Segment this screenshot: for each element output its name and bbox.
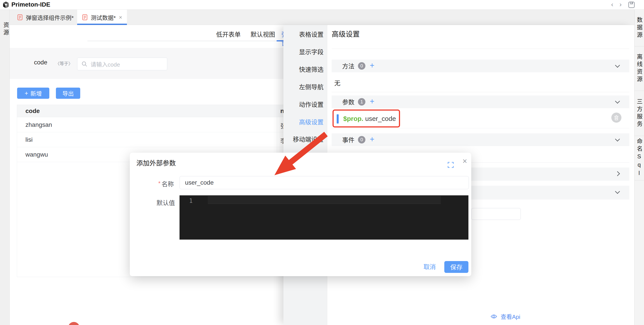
chevron-down-icon[interactable] <box>615 99 620 104</box>
delete-parameter-button[interactable] <box>611 113 622 123</box>
filter-operator-label[interactable]: 〈等于〉 <box>55 60 73 67</box>
settings-nav-mobile-settings[interactable]: 移动端设置 <box>293 135 324 143</box>
default-value-code-editor[interactable]: 1 <box>180 195 468 240</box>
settings-nav-action-settings[interactable]: 动作设置 <box>299 100 324 109</box>
cell-name: 李四 <box>280 136 284 145</box>
cell-code: zhangsan <box>26 121 52 128</box>
right-rail-item-named-sql[interactable]: 命名Sql <box>634 136 644 180</box>
title-bar: Primeton-IDE ‹ › <box>0 0 644 10</box>
section-methods[interactable]: 方法 0 + <box>332 59 629 72</box>
designer-tab-default-view[interactable]: 默认视图 <box>250 30 275 38</box>
tab-close-icon[interactable]: × <box>119 14 122 21</box>
add-parameter-icon[interactable]: + <box>370 97 374 106</box>
app-logo-icon <box>2 1 10 8</box>
line-number: 1 <box>189 198 193 204</box>
filter-panel: code 〈等于〉 请输入code <box>10 48 284 79</box>
default-value-label: 默认值 <box>156 198 175 207</box>
save-icon[interactable] <box>628 1 635 8</box>
parameter-prefix: $prop. <box>343 115 364 122</box>
count-badge: 0 <box>358 136 366 143</box>
designer-tab-lowcode-form[interactable]: 低开表单 <box>216 30 241 38</box>
left-rail: 资源 <box>0 10 10 325</box>
designer-tab-popup[interactable]: 弹窗 <box>282 30 284 47</box>
divider <box>332 49 629 49</box>
add-method-icon[interactable]: + <box>370 61 374 70</box>
parameter-accent-bar <box>337 114 339 123</box>
parameter-name: user_code <box>365 115 396 122</box>
history-back-icon[interactable]: ‹ <box>611 1 613 8</box>
export-button[interactable]: 导出 <box>56 88 80 99</box>
editor-active-line <box>208 196 441 204</box>
name-field-label: 名称 <box>162 179 174 188</box>
file-icon <box>17 14 23 20</box>
divider <box>332 92 629 92</box>
chevron-down-icon[interactable] <box>615 63 620 68</box>
close-icon[interactable]: × <box>462 157 467 166</box>
parameter-row[interactable]: $prop. user_code <box>332 109 629 128</box>
cell-code: lisi <box>26 136 33 143</box>
required-asterisk: * <box>158 180 160 187</box>
right-rail-item-thirdparty-services[interactable]: 三方服务 <box>634 91 644 136</box>
partially-hidden-input[interactable] <box>471 208 521 220</box>
chevron-down-icon[interactable] <box>615 137 620 142</box>
section-events[interactable]: 事件 0 + <box>332 133 629 146</box>
cell-name: 张三 <box>280 121 284 130</box>
notification-dot <box>68 322 80 325</box>
column-header-code[interactable]: code <box>26 107 40 115</box>
methods-empty-text: 无 <box>334 78 340 87</box>
add-event-icon[interactable]: + <box>370 135 374 144</box>
filter-field-label: code <box>34 59 47 66</box>
settings-nav-table[interactable]: 表格设置 <box>299 30 324 38</box>
save-button[interactable]: 保存 <box>444 261 468 273</box>
tab-label: 测试数据* <box>91 13 116 21</box>
name-input-value: user_code <box>185 179 214 186</box>
search-icon <box>81 61 88 67</box>
designer-tab-divider <box>88 41 284 41</box>
fullscreen-icon[interactable] <box>447 161 454 168</box>
page-title: 高级设置 <box>332 28 360 38</box>
table-row[interactable]: zhangsan 张三 <box>17 117 284 132</box>
eye-icon <box>490 314 497 319</box>
search-input[interactable]: 请输入code <box>77 58 167 70</box>
settings-nav-quick-filter[interactable]: 快速筛选 <box>299 65 324 74</box>
count-badge: 0 <box>358 62 366 70</box>
trash-icon <box>614 115 619 120</box>
section-parameters[interactable]: 参数 1 + <box>332 95 629 108</box>
right-rail-item-datasource[interactable]: 数据源 <box>634 10 644 46</box>
search-placeholder: 请输入code <box>90 60 120 68</box>
add-external-parameter-dialog: 添加外部参数 × * 名称 user_code 默认值 1 取消 保存 <box>130 153 471 276</box>
tab-label: 弹窗选择组件示例* <box>26 13 74 21</box>
settings-nav-left-navigation[interactable]: 左侧导航 <box>299 82 324 91</box>
tab-test-data[interactable]: 测试数据* × <box>77 10 127 25</box>
chevron-down-icon[interactable] <box>615 189 620 194</box>
right-rail: 数据源 离线资源 三方服务 命名Sql <box>634 10 644 325</box>
app-title: Primeton-IDE <box>12 1 50 8</box>
name-input[interactable]: user_code <box>180 176 469 189</box>
view-api-link[interactable]: 查看Api <box>490 312 520 321</box>
cell-code: wangwu <box>26 151 48 158</box>
history-forward-icon[interactable]: › <box>620 1 622 8</box>
settings-nav-display-fields[interactable]: 显示字段 <box>299 47 324 56</box>
settings-nav-advanced-active[interactable]: 高级设置 <box>299 117 324 126</box>
editor-tab-bar: 弹窗选择组件示例* × 测试数据* × <box>10 10 634 25</box>
dialog-title: 添加外部参数 <box>136 158 176 167</box>
add-button[interactable]: + 新增 <box>17 88 49 99</box>
designer-tab-active-underline <box>277 40 284 41</box>
table-row[interactable]: lisi 李四 <box>17 132 284 147</box>
tab-popup-component-example[interactable]: 弹窗选择组件示例* × <box>12 10 85 25</box>
cancel-button[interactable]: 取消 <box>424 262 436 271</box>
plus-icon: + <box>24 90 28 97</box>
left-rail-item-resources[interactable]: 资源 <box>2 22 10 37</box>
table-header-row: code name <box>17 105 284 117</box>
column-header-name[interactable]: name <box>280 107 284 115</box>
parameter-highlight-box: $prop. user_code <box>332 109 400 127</box>
right-rail-item-offline-resources[interactable]: 离线资源 <box>634 46 644 91</box>
chevron-right-icon[interactable] <box>615 171 620 176</box>
count-badge: 1 <box>358 98 366 106</box>
file-icon <box>82 14 88 20</box>
